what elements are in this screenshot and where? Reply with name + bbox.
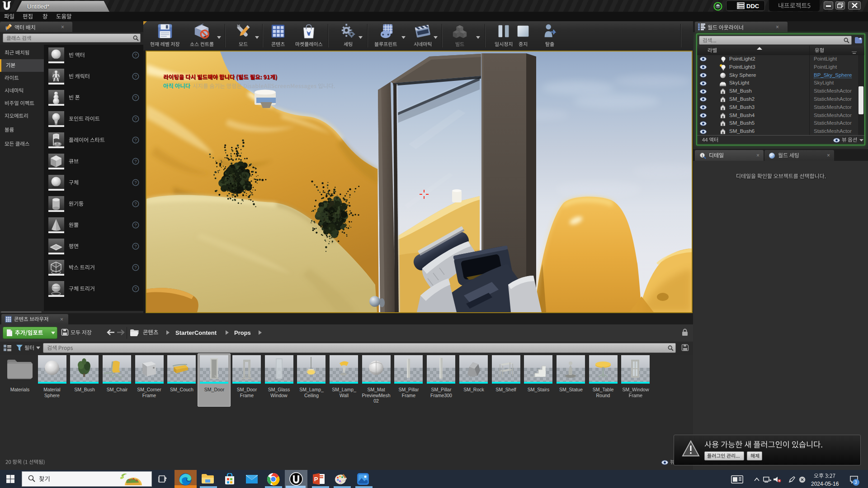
svg-text:?: ? bbox=[134, 222, 137, 227]
svg-text:?: ? bbox=[134, 74, 137, 79]
svg-text:?: ? bbox=[134, 244, 137, 249]
svg-text:?: ? bbox=[134, 286, 137, 291]
svg-text:?: ? bbox=[134, 265, 137, 270]
svg-text:u: u bbox=[307, 32, 310, 37]
svg-text:?: ? bbox=[134, 180, 137, 185]
svg-text:?: ? bbox=[134, 95, 137, 100]
svg-text:?: ? bbox=[134, 201, 137, 206]
svg-text:?: ? bbox=[134, 52, 137, 57]
svg-text:P: P bbox=[314, 476, 318, 483]
svg-text:?: ? bbox=[134, 137, 137, 142]
svg-text:?: ? bbox=[134, 159, 137, 164]
svg-text:?: ? bbox=[134, 116, 137, 121]
